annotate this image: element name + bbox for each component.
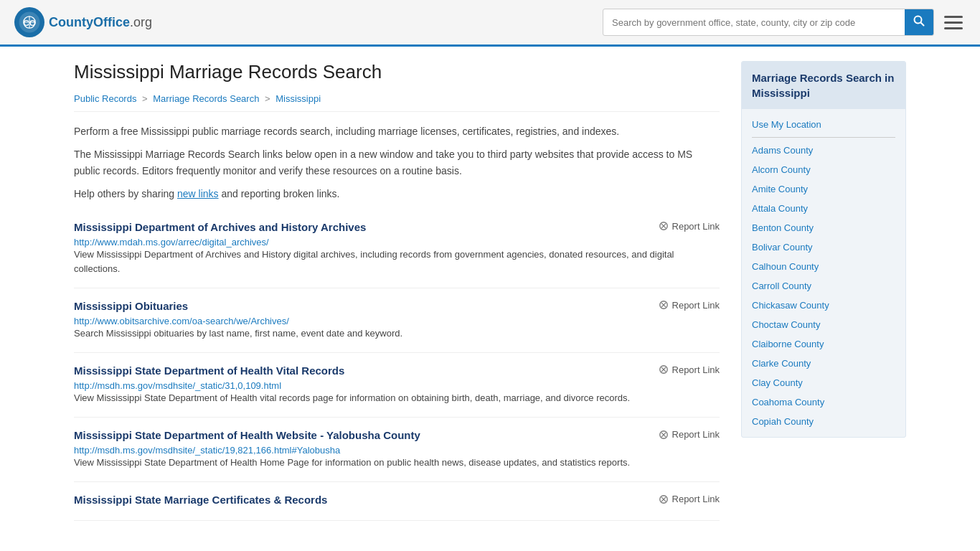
report-link-label: Report Link (672, 364, 720, 375)
report-link-label: Report Link (672, 429, 720, 440)
report-icon (659, 494, 669, 504)
county-link[interactable]: Carroll County (742, 276, 905, 296)
county-link[interactable]: Attala County (742, 199, 905, 218)
county-list-item: Claiborne County (742, 334, 905, 354)
report-link[interactable]: Report Link (659, 429, 720, 440)
result-url[interactable]: http://www.obitsarchive.com/oa-search/we… (74, 316, 289, 326)
result-item: Mississippi State Department of Health W… (74, 418, 720, 482)
report-link[interactable]: Report Link (659, 221, 720, 232)
result-url[interactable]: http://msdh.ms.gov/msdhsite/_static/19,8… (74, 445, 340, 456)
description-1: Perform a free Mississippi public marria… (74, 123, 720, 139)
logo-icon: CO (14, 7, 44, 37)
search-bar (603, 9, 934, 36)
description-2: The Mississippi Marriage Records Search … (74, 146, 720, 179)
county-link[interactable]: Chickasaw County (742, 296, 905, 315)
result-title[interactable]: Mississippi Department of Archives and H… (74, 221, 366, 233)
breadcrumb-mississippi[interactable]: Mississippi (275, 93, 321, 104)
search-input[interactable] (603, 11, 905, 34)
county-list-item: Chickasaw County (742, 296, 905, 315)
county-list-item: Clay County (742, 373, 905, 392)
county-link[interactable]: Clarke County (742, 354, 905, 373)
search-icon (913, 15, 925, 27)
site-header: CO CountyOffice.org (0, 0, 980, 47)
county-list-item: Copiah County (742, 412, 905, 431)
county-link[interactable]: Clay County (742, 373, 905, 392)
sidebar-title: Marriage Records Search in Mississippi (742, 62, 905, 109)
county-link[interactable]: Copiah County (742, 412, 905, 431)
county-link[interactable]: Benton County (742, 218, 905, 237)
hamburger-button[interactable] (941, 13, 966, 32)
county-list-item: Attala County (742, 199, 905, 218)
desc3-post: and reporting broken links. (219, 188, 340, 199)
county-list: Use My Location Adams CountyAlcorn Count… (742, 109, 905, 437)
county-list-item: Bolivar County (742, 237, 905, 257)
report-icon (659, 300, 669, 310)
use-location-link[interactable]: Use My Location (742, 115, 905, 134)
result-item: Mississippi State Marriage Certificates … (74, 482, 720, 521)
county-list-item: Amite County (742, 179, 905, 199)
description-3: Help others by sharing new links and rep… (74, 186, 720, 202)
report-icon (659, 430, 669, 440)
county-link[interactable]: Choctaw County (742, 315, 905, 334)
report-link[interactable]: Report Link (659, 364, 720, 375)
logo-text: CountyOffice.org (49, 15, 152, 30)
divider (752, 137, 895, 138)
result-header: Mississippi Obituaries Report Link (74, 300, 720, 312)
use-location-item: Use My Location (742, 115, 905, 134)
page-title: Mississippi Marriage Records Search (74, 61, 720, 83)
report-icon (659, 364, 669, 375)
result-url[interactable]: http://www.mdah.ms.gov/arrec/digital_arc… (74, 237, 269, 248)
breadcrumb-marriage-records[interactable]: Marriage Records Search (153, 93, 259, 104)
result-header: Mississippi State Department of Health V… (74, 364, 720, 377)
county-list-item: Benton County (742, 218, 905, 237)
county-list-item: Clarke County (742, 354, 905, 373)
hamburger-line (944, 27, 963, 29)
county-list-item: Alcorn County (742, 160, 905, 179)
result-header: Mississippi State Department of Health W… (74, 429, 720, 441)
result-description: View Mississippi State Department of Hea… (74, 391, 720, 405)
content-area: Mississippi Marriage Records Search Publ… (74, 61, 720, 521)
report-link[interactable]: Report Link (659, 300, 720, 311)
search-button[interactable] (905, 9, 933, 35)
breadcrumb-separator: > (142, 93, 150, 104)
report-link-label: Report Link (672, 494, 720, 504)
main-container: Mississippi Marriage Records Search Publ… (60, 47, 920, 535)
report-link[interactable]: Report Link (659, 494, 720, 504)
breadcrumb-public-records[interactable]: Public Records (74, 93, 136, 104)
result-header: Mississippi Department of Archives and H… (74, 221, 720, 233)
logo-area: CO CountyOffice.org (14, 7, 152, 37)
report-link-label: Report Link (672, 300, 720, 311)
county-list-item: Adams County (742, 141, 905, 160)
result-description: Search Mississippi obituaries by last na… (74, 326, 720, 341)
sidebar-box: Marriage Records Search in Mississippi U… (741, 61, 906, 438)
report-icon (659, 221, 669, 231)
hamburger-line (944, 22, 963, 24)
county-list-item: Coahoma County (742, 392, 905, 412)
county-link[interactable]: Claiborne County (742, 334, 905, 354)
result-title[interactable]: Mississippi State Department of Health W… (74, 429, 420, 441)
result-title[interactable]: Mississippi Obituaries (74, 300, 188, 312)
result-title[interactable]: Mississippi State Department of Health V… (74, 364, 344, 377)
county-list-item: Carroll County (742, 276, 905, 296)
county-link[interactable]: Bolivar County (742, 237, 905, 257)
breadcrumb-separator: > (265, 93, 273, 104)
result-item: Mississippi State Department of Health V… (74, 353, 720, 418)
new-links-link[interactable]: new links (177, 188, 219, 199)
use-location-label: Use My Location (752, 119, 821, 130)
desc3-pre: Help others by sharing (74, 188, 177, 199)
svg-line-7 (921, 23, 924, 26)
county-link[interactable]: Coahoma County (742, 392, 905, 412)
hamburger-line (944, 16, 963, 18)
county-link[interactable]: Alcorn County (742, 160, 905, 179)
county-link[interactable]: Amite County (742, 179, 905, 199)
header-right (603, 9, 966, 36)
county-link[interactable]: Adams County (742, 141, 905, 160)
result-title[interactable]: Mississippi State Marriage Certificates … (74, 494, 327, 506)
result-header: Mississippi State Marriage Certificates … (74, 494, 720, 506)
result-url[interactable]: http://msdh.ms.gov/msdhsite/_static/31,0… (74, 380, 281, 391)
county-list-item: Choctaw County (742, 315, 905, 334)
results-container: Mississippi Department of Archives and H… (74, 209, 720, 522)
result-description: View Mississippi Department of Archives … (74, 248, 720, 276)
county-link[interactable]: Calhoun County (742, 257, 905, 276)
result-item: Mississippi Obituaries Report Link http:… (74, 288, 720, 353)
